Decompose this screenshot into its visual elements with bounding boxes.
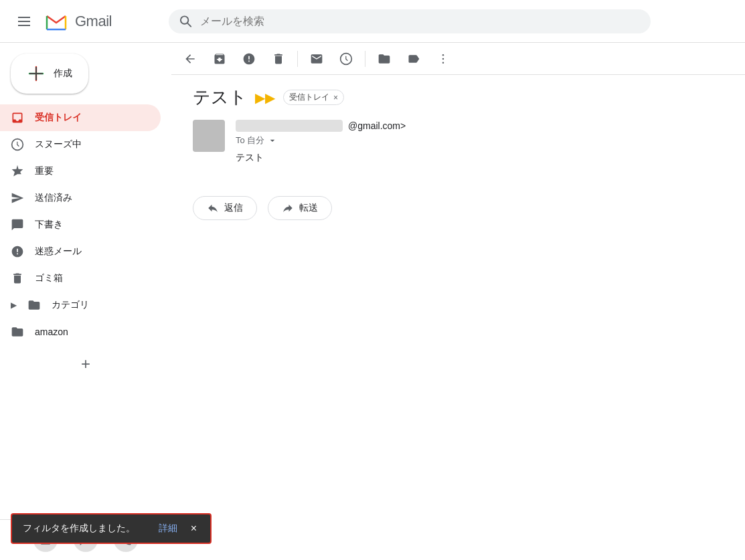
sidebar-item-important[interactable]: 重要	[0, 158, 161, 185]
search-icon	[179, 15, 192, 28]
toast-notification: フィルタを作成しました。 詳細 ×	[11, 513, 212, 544]
toast-details-link[interactable]: 詳細	[159, 523, 177, 535]
email-toolbar	[171, 43, 745, 75]
inbox-icon	[11, 111, 24, 124]
drafts-icon	[11, 218, 24, 231]
search-bar[interactable]	[169, 9, 651, 33]
inbox-label: 受信トレイ	[35, 112, 82, 124]
important-icon	[11, 165, 24, 178]
email-details: @gmail.com> To 自分 テスト	[236, 120, 724, 180]
sender-row: @gmail.com>	[236, 120, 724, 132]
sender-name-blur	[236, 120, 343, 132]
main-content: テスト ▶▶ 受信トレイ × @gmail.com> To 自分	[171, 43, 745, 560]
inbox-label-badge: 受信トレイ ×	[283, 90, 344, 105]
amazon-folder-icon	[11, 325, 24, 339]
action-buttons: 返信 転送	[193, 196, 724, 220]
search-input[interactable]	[200, 15, 640, 27]
move-button[interactable]	[371, 45, 398, 72]
expand-icon: ▶	[11, 300, 17, 310]
svg-line-9	[187, 23, 191, 26]
compose-label: 作成	[54, 68, 72, 80]
header-logo: Gmail	[11, 8, 158, 35]
sidebar-item-sent[interactable]: 送信済み	[0, 185, 161, 211]
back-button[interactable]	[177, 45, 203, 72]
compose-plus-icon	[27, 64, 46, 83]
categories-label: カテゴリ	[52, 299, 89, 311]
to-row: To 自分	[236, 134, 724, 147]
label-button[interactable]	[400, 45, 427, 72]
svg-rect-2	[18, 25, 30, 26]
sender-email: @gmail.com>	[348, 120, 406, 131]
menu-icon[interactable]	[11, 8, 37, 35]
more-button[interactable]	[430, 45, 457, 72]
amazon-label: amazon	[35, 326, 68, 337]
forward-button[interactable]: 転送	[268, 196, 332, 220]
gmail-logo	[43, 8, 70, 35]
email-message: @gmail.com> To 自分 テスト	[193, 120, 724, 180]
to-dropdown[interactable]	[267, 135, 278, 146]
sidebar: 作成 受信トレイ スヌーズ中 重要 送信	[0, 43, 171, 560]
sent-icon	[11, 191, 24, 205]
svg-rect-0	[18, 17, 30, 18]
snoozed-label: スヌーズ中	[35, 138, 82, 151]
reply-button[interactable]: 返信	[193, 196, 257, 220]
sidebar-item-snoozed[interactable]: スヌーズ中	[0, 131, 161, 158]
sidebar-item-categories[interactable]: ▶ カテゴリ	[0, 292, 161, 318]
sidebar-item-trash[interactable]: ゴミ箱	[0, 265, 161, 292]
sender-avatar	[193, 120, 225, 152]
sidebar-item-spam[interactable]: 迷惑メール	[0, 238, 161, 265]
sidebar-item-amazon[interactable]: amazon	[0, 318, 161, 345]
toast-close-button[interactable]: ×	[188, 523, 199, 535]
spam-button[interactable]	[236, 45, 262, 72]
spam-icon	[11, 245, 24, 258]
badge-close-icon[interactable]: ×	[333, 93, 338, 102]
header: Gmail	[0, 0, 745, 43]
snooze-button[interactable]	[333, 45, 359, 72]
subject-chevron-icon: ▶▶	[255, 90, 275, 106]
email-subject-row: テスト ▶▶ 受信トレイ ×	[193, 86, 724, 109]
trash-icon	[11, 272, 24, 285]
app-body: 作成 受信トレイ スヌーズ中 重要 送信	[0, 43, 745, 560]
trash-label: ゴミ箱	[35, 272, 63, 284]
toolbar-divider-1	[297, 51, 298, 67]
svg-point-12	[442, 54, 444, 56]
toolbar-divider-2	[365, 51, 365, 67]
compose-button[interactable]: 作成	[11, 54, 88, 94]
svg-point-8	[181, 16, 188, 23]
svg-rect-1	[18, 21, 30, 22]
important-label: 重要	[35, 165, 54, 177]
svg-point-13	[442, 58, 444, 60]
app-title: Gmail	[75, 13, 112, 30]
drafts-label: 下書き	[35, 219, 63, 231]
add-label-button[interactable]: +	[72, 351, 99, 377]
email-subject: テスト	[193, 86, 247, 109]
toast-message: フィルタを作成しました。	[23, 523, 148, 535]
snooze-icon	[11, 138, 24, 151]
sidebar-item-inbox[interactable]: 受信トレイ	[0, 104, 161, 131]
email-view: テスト ▶▶ 受信トレイ × @gmail.com> To 自分	[171, 75, 745, 231]
delete-button[interactable]	[265, 45, 292, 72]
svg-point-14	[442, 62, 444, 64]
email-body: テスト	[236, 152, 724, 164]
sidebar-bottom: +	[0, 345, 171, 383]
reply-label: 返信	[224, 202, 243, 214]
forward-label: 転送	[299, 202, 318, 214]
svg-rect-4	[47, 13, 66, 29]
to-label: To 自分	[236, 134, 264, 147]
categories-icon	[27, 298, 41, 312]
badge-label: 受信トレイ	[289, 92, 329, 103]
sidebar-item-drafts[interactable]: 下書き	[0, 211, 161, 238]
archive-button[interactable]	[206, 45, 233, 72]
spam-label: 迷惑メール	[35, 246, 82, 258]
mark-read-button[interactable]	[303, 45, 330, 72]
sent-label: 送信済み	[35, 192, 72, 204]
